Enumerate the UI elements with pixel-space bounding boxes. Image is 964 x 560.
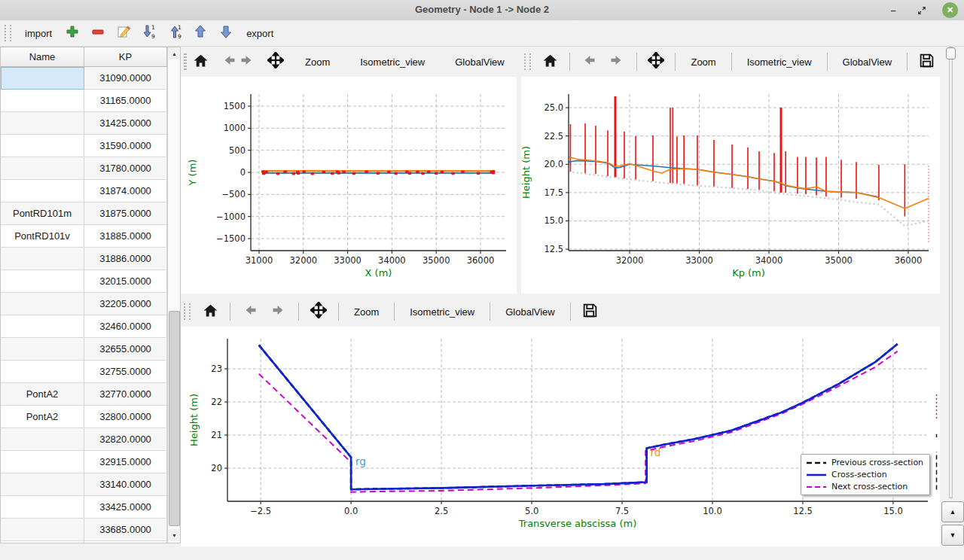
profile-view-chart[interactable]: 320003300034000350003600012.515.017.520.… <box>521 77 940 294</box>
globalview-button[interactable]: GlobalView <box>834 53 901 72</box>
table-cell-name[interactable] <box>1 451 84 473</box>
titlebar[interactable]: Geometry - Node 1 -> Node 2 – ✕ <box>0 0 964 21</box>
pan-button[interactable] <box>267 50 284 73</box>
forward-button[interactable] <box>265 300 292 323</box>
table-cell-kp[interactable]: 33685.0000 <box>84 519 167 541</box>
restore-button[interactable] <box>914 2 930 19</box>
table-cell-name[interactable] <box>1 541 84 543</box>
table-cell-kp[interactable] <box>84 541 167 543</box>
table-cell-kp[interactable]: 31590.0000 <box>84 135 167 157</box>
column-header-kp[interactable]: KP <box>84 47 167 66</box>
add-row-button[interactable] <box>61 23 84 43</box>
table-cell-name[interactable] <box>1 473 84 496</box>
table-cell-kp[interactable]: 32460.0000 <box>84 315 167 338</box>
minimize-button[interactable]: – <box>885 2 901 19</box>
table-cell-name[interactable] <box>1 67 84 90</box>
table-cell-name[interactable] <box>1 112 84 135</box>
table-scrollbar[interactable]: ▲ ▼ <box>167 47 181 543</box>
save-figure-button[interactable] <box>914 50 940 73</box>
toolbar-separator <box>298 303 299 321</box>
home-button[interactable] <box>193 50 209 73</box>
table-cell-kp[interactable]: 33425.0000 <box>84 496 167 519</box>
isometric-view-button[interactable]: Isometric_view <box>738 53 821 72</box>
table-cell-kp[interactable]: 32770.0000 <box>84 383 167 406</box>
table-cell-name[interactable] <box>1 180 84 202</box>
table-cell-name[interactable] <box>1 361 84 383</box>
pan-down-button[interactable]: ▼ <box>941 525 964 546</box>
table-cell-name[interactable] <box>1 270 84 293</box>
close-button[interactable]: ✕ <box>942 2 958 18</box>
sort-descending-button[interactable]: 19 <box>138 23 160 43</box>
table-cell-kp[interactable]: 32755.0000 <box>84 361 167 383</box>
table-cell-name[interactable] <box>1 428 84 451</box>
table-cell-kp[interactable]: 31780.0000 <box>84 157 167 180</box>
column-header-name[interactable]: Name <box>1 47 84 66</box>
table-cell-name[interactable]: PontRD101m <box>1 202 84 225</box>
table-cell-kp[interactable]: 32820.0000 <box>84 428 167 451</box>
save-figure-button[interactable] <box>577 300 604 323</box>
move-up-button[interactable] <box>189 23 212 43</box>
back-button[interactable] <box>236 300 264 323</box>
table-cell-kp[interactable]: 31874.0000 <box>84 180 167 202</box>
table-cell-kp[interactable]: 31875.0000 <box>84 202 167 225</box>
table-cell-kp[interactable]: 33140.0000 <box>84 473 167 496</box>
move-down-button[interactable] <box>215 23 237 43</box>
zoom-button[interactable]: Zoom <box>296 53 339 72</box>
sort-ascending-button[interactable]: 19 <box>163 23 186 43</box>
home-button[interactable] <box>197 300 224 323</box>
cross-section-chart[interactable]: −2.50.02.55.07.510.012.515.020212223Tran… <box>181 327 940 546</box>
plot-toolbar-grip[interactable] <box>184 53 187 70</box>
isometric-view-button[interactable]: Isometric_view <box>401 303 484 321</box>
table-cell-name[interactable] <box>1 293 84 315</box>
forward-button[interactable] <box>604 50 630 73</box>
table-cell-kp[interactable]: 31165.0000 <box>84 90 167 112</box>
plot-toolbar-grip[interactable] <box>524 53 531 70</box>
table-cell-name[interactable] <box>1 135 84 157</box>
restore-icon <box>917 5 927 16</box>
table-cell-kp[interactable]: 31885.0000 <box>84 225 167 248</box>
table-cell-kp[interactable]: 32800.0000 <box>84 406 167 428</box>
table-cell-name[interactable] <box>1 248 84 270</box>
zoom-button[interactable]: Zoom <box>682 53 725 72</box>
table-cell-kp[interactable]: 32015.0000 <box>84 270 167 293</box>
table-cell-kp[interactable]: 31886.0000 <box>84 248 167 270</box>
back-button[interactable] <box>221 50 237 73</box>
globalview-button[interactable]: GlobalView <box>496 303 564 321</box>
globalview-button[interactable]: GlobalView <box>446 53 514 72</box>
table-cell-name[interactable] <box>1 157 84 180</box>
table-cell-name[interactable] <box>1 496 84 519</box>
table-cell-name[interactable]: PontA2 <box>1 383 84 406</box>
table-cell-name[interactable]: PontRD101v <box>1 225 84 248</box>
import-button[interactable]: import <box>19 26 58 41</box>
isometric-view-button[interactable]: Isometric_view <box>351 53 434 72</box>
table-cell-name[interactable]: PontA2 <box>1 406 84 428</box>
table-cell-kp[interactable]: 31425.0000 <box>84 112 167 135</box>
scroll-down-button[interactable]: ▼ <box>168 529 181 541</box>
table-cell-name[interactable] <box>1 315 84 338</box>
remove-row-button[interactable] <box>87 23 109 43</box>
table-cell-name[interactable] <box>1 338 84 361</box>
table-cell-name[interactable] <box>1 519 84 541</box>
scrollbar-thumb[interactable] <box>169 311 180 526</box>
table-cell-kp[interactable]: 32655.0000 <box>84 338 167 361</box>
pan-button[interactable] <box>643 50 670 73</box>
table-cell-name[interactable] <box>1 90 84 112</box>
zoom-button[interactable]: Zoom <box>345 303 388 321</box>
pan-button[interactable] <box>305 300 332 323</box>
forward-button[interactable] <box>239 50 255 73</box>
home-button[interactable] <box>537 50 563 73</box>
toolbar-grip[interactable] <box>5 25 11 41</box>
pan-up-button[interactable]: ▲ <box>941 501 964 522</box>
table-cell-kp[interactable]: 32915.0000 <box>84 451 167 473</box>
export-button[interactable]: export <box>240 26 279 41</box>
table-cell-kp[interactable]: 31090.0000 <box>84 67 167 90</box>
right-scrollbar-thumb[interactable] <box>946 47 956 59</box>
table-cell-kp[interactable]: 32205.0000 <box>84 293 167 315</box>
right-scrollbar-track[interactable] <box>949 47 953 498</box>
plot-toolbar-grip[interactable] <box>184 303 191 320</box>
table-row: 32915.0000 <box>1 451 167 473</box>
scroll-up-button[interactable]: ▲ <box>168 47 181 59</box>
edit-button[interactable] <box>112 23 135 43</box>
plan-view-chart[interactable]: 310003200033000340003500036000−1500−1000… <box>181 77 517 294</box>
back-button[interactable] <box>576 50 602 73</box>
